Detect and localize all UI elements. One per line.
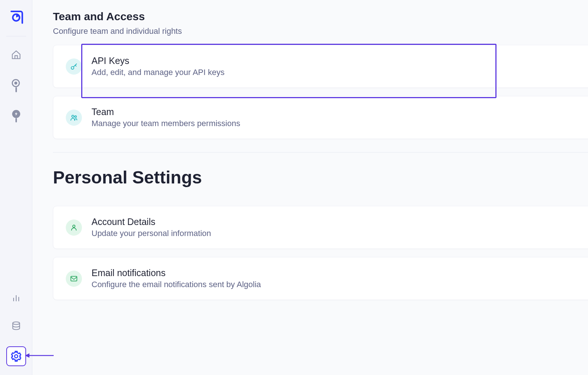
card-team-desc: Manage your team members permissions (92, 119, 240, 128)
bolt-pin-icon (11, 110, 21, 123)
key-icon (66, 58, 82, 75)
card-team-title: Team (92, 107, 240, 117)
algolia-logo[interactable] (8, 9, 24, 25)
svg-rect-12 (71, 276, 77, 281)
sidebar-item-settings[interactable] (6, 346, 26, 366)
person-icon (66, 219, 82, 236)
card-api-keys-desc: Add, edit, and manage your API keys (92, 68, 225, 77)
card-email-desc: Configure the email notifications sent b… (92, 280, 261, 289)
card-email-notifications[interactable]: Email notifications Configure the email … (53, 257, 588, 300)
card-account-details[interactable]: Account Details Update your personal inf… (53, 206, 588, 249)
svg-point-4 (12, 322, 19, 325)
sidebar (0, 0, 32, 375)
sidebar-item-database[interactable] (9, 318, 24, 333)
svg-point-9 (72, 115, 74, 117)
card-api-keys-title: API Keys (92, 56, 225, 66)
team-access-subtitle: Configure team and individual rights (53, 26, 588, 36)
sidebar-item-lightning[interactable] (9, 109, 24, 124)
team-access-title: Team and Access (53, 10, 588, 23)
svg-point-10 (75, 115, 76, 117)
team-icon (66, 110, 82, 126)
search-pin-icon (11, 79, 21, 92)
sidebar-item-analytics[interactable] (9, 290, 24, 305)
mail-icon (66, 271, 82, 287)
personal-settings-title: Personal Settings (53, 167, 588, 188)
card-team[interactable]: Team Manage your team members permission… (53, 96, 588, 139)
sidebar-item-home[interactable] (9, 47, 24, 62)
main-content: Team and Access Configure team and indiv… (32, 0, 588, 375)
card-email-title: Email notifications (92, 268, 261, 278)
sidebar-divider (6, 36, 26, 36)
card-account-desc: Update your personal information (92, 229, 211, 238)
card-api-keys[interactable]: API Keys Add, edit, and manage your API … (53, 45, 588, 88)
card-account-title: Account Details (92, 217, 211, 227)
sidebar-item-search[interactable] (9, 78, 24, 93)
section-divider (53, 152, 588, 153)
svg-point-5 (14, 355, 18, 358)
svg-point-11 (73, 225, 75, 227)
